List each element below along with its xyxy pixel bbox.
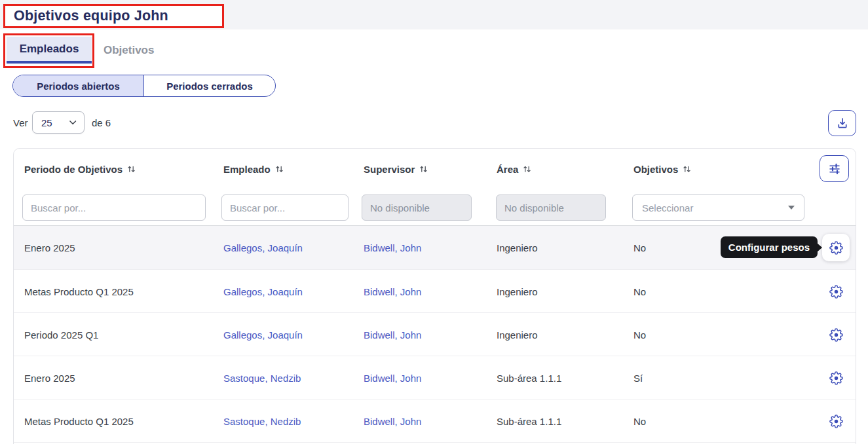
filter-periodo-input[interactable] bbox=[22, 194, 206, 221]
cell-supervisor-link[interactable]: Bidwell, John bbox=[364, 399, 421, 443]
cell-supervisor-link[interactable]: Bidwell, John bbox=[364, 313, 421, 356]
cell-periodo: Periodo 2025 Q1 bbox=[24, 313, 98, 356]
page-size-value: 25 bbox=[41, 117, 52, 128]
total-label: de 6 bbox=[92, 117, 111, 128]
dropdown-arrow-icon bbox=[788, 206, 795, 210]
table-row[interactable]: Metas Producto Q1 2025 Gallegos, Joaquín… bbox=[14, 269, 856, 312]
table-row[interactable]: Enero 2025 Sastoque, Nedzib Bidwell, Joh… bbox=[14, 356, 856, 399]
download-icon bbox=[836, 117, 849, 130]
cell-periodo: Metas Producto Q1 2025 bbox=[24, 270, 134, 313]
configure-weights-button[interactable] bbox=[822, 364, 850, 392]
cell-area: Sub-área 1.1.1 bbox=[497, 399, 561, 443]
gear-icon bbox=[829, 285, 843, 299]
cell-empleado-link[interactable]: Sastoque, Nedzib bbox=[223, 356, 301, 399]
configure-weights-tooltip: Configurar pesos bbox=[721, 236, 818, 258]
toggle-periodos-cerrados[interactable]: Periodos cerrados bbox=[144, 75, 275, 96]
column-header-periodo[interactable]: Periodo de Objetivos bbox=[24, 149, 136, 189]
cell-area: Ingeniero bbox=[497, 313, 538, 356]
table-row[interactable]: Periodo 2025 Q1 Gallegos, Joaquín Bidwel… bbox=[14, 312, 856, 356]
filter-area-input-disabled bbox=[496, 194, 606, 221]
cell-objetivos: No bbox=[633, 226, 646, 269]
tab-empleados[interactable]: Empleados bbox=[7, 37, 92, 64]
toggle-periodos-abiertos[interactable]: Periodos abiertos bbox=[13, 75, 144, 96]
sliders-icon bbox=[827, 162, 842, 176]
page-size-select[interactable]: 25 bbox=[32, 111, 85, 134]
configure-weights-button[interactable] bbox=[822, 321, 850, 348]
cell-supervisor-link[interactable]: Bidwell, John bbox=[364, 226, 421, 269]
sort-icon bbox=[523, 164, 531, 174]
cell-periodo: Enero 2025 bbox=[24, 226, 75, 269]
period-toggle: Periodos abiertos Periodos cerrados bbox=[12, 75, 276, 97]
sort-icon bbox=[275, 164, 284, 174]
configure-weights-button[interactable] bbox=[822, 278, 850, 305]
cell-area: Ingeniero bbox=[497, 226, 538, 269]
column-header-objetivos[interactable]: Objetivos bbox=[633, 149, 691, 189]
gear-icon bbox=[829, 371, 843, 385]
sort-icon bbox=[683, 164, 691, 174]
sort-icon bbox=[127, 164, 136, 174]
column-header-area[interactable]: Área bbox=[497, 149, 531, 189]
objectives-table: Periodo de Objetivos Empleado Supervisor… bbox=[13, 148, 856, 444]
cell-empleado-link[interactable]: Gallegos, Joaquín bbox=[223, 270, 303, 313]
cell-area: Ingeniero bbox=[497, 270, 538, 313]
title-annotation-box: Objetivos equipo John bbox=[3, 4, 224, 28]
cell-empleado-link[interactable]: Gallegos, Joaquín bbox=[223, 226, 303, 269]
cell-supervisor-link[interactable]: Bidwell, John bbox=[364, 270, 421, 313]
gear-icon bbox=[829, 415, 843, 428]
table-row[interactable]: Metas Producto Q1 2025 Sastoque, Nedzib … bbox=[14, 399, 856, 442]
table-filter-row: Seleccionar bbox=[14, 189, 856, 226]
column-settings-button[interactable] bbox=[820, 155, 849, 182]
gear-icon bbox=[829, 241, 843, 255]
configure-weights-button[interactable] bbox=[822, 407, 850, 435]
cell-objetivos: Sí bbox=[633, 356, 643, 399]
gear-icon bbox=[829, 328, 843, 342]
cell-periodo: Enero 2025 bbox=[24, 356, 75, 399]
download-button[interactable] bbox=[828, 110, 856, 136]
table-body: Enero 2025 Gallegos, Joaquín Bidwell, Jo… bbox=[14, 226, 856, 444]
cell-periodo: Metas Producto Q1 2025 bbox=[24, 399, 134, 443]
sort-icon bbox=[419, 164, 428, 174]
cell-area: Sub-área 1.1.1 bbox=[497, 356, 561, 399]
objectives-page: Objetivos equipo John Empleados Objetivo… bbox=[0, 0, 868, 444]
cell-objetivos: No bbox=[633, 399, 646, 443]
chevron-down-icon bbox=[69, 120, 77, 125]
filter-objetivos-select[interactable]: Seleccionar bbox=[632, 194, 804, 221]
ver-label: Ver bbox=[13, 117, 28, 128]
tab-objetivos[interactable]: Objetivos bbox=[98, 37, 159, 64]
filter-empleado-input[interactable] bbox=[221, 194, 349, 221]
cell-supervisor-link[interactable]: Bidwell, John bbox=[364, 356, 421, 399]
table-header-row: Periodo de Objetivos Empleado Supervisor… bbox=[14, 149, 856, 189]
column-header-supervisor[interactable]: Supervisor bbox=[364, 149, 428, 189]
filter-supervisor-input-disabled bbox=[362, 194, 472, 221]
page-title: Objetivos equipo John bbox=[14, 8, 168, 24]
column-header-empleado[interactable]: Empleado bbox=[223, 149, 284, 189]
cell-empleado-link[interactable]: Gallegos, Joaquín bbox=[223, 313, 303, 356]
cell-objetivos: No bbox=[633, 313, 646, 356]
cell-objetivos: No bbox=[633, 270, 646, 313]
cell-empleado-link[interactable]: Sastoque, Nedzib bbox=[223, 399, 301, 443]
configure-weights-button[interactable] bbox=[822, 234, 850, 261]
